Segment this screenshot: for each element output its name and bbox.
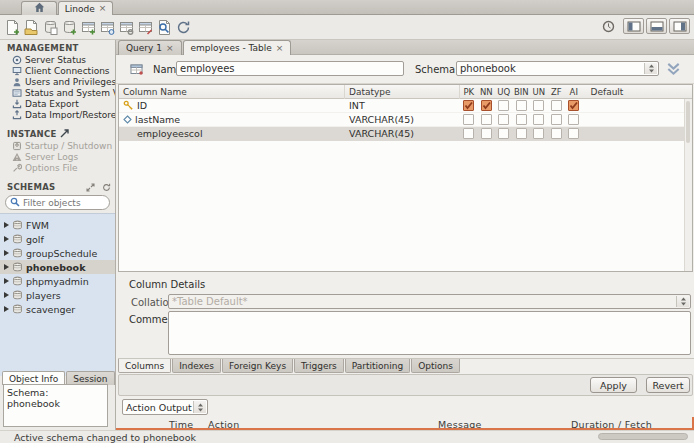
create-schema-button[interactable] xyxy=(60,17,78,38)
schema-item-golf[interactable]: golf xyxy=(0,232,115,246)
schema-dropdown[interactable]: phonebook xyxy=(456,61,659,76)
apply-button[interactable]: Apply xyxy=(590,377,637,393)
sidebar-item-users-and-privileges[interactable]: Users and Privileges xyxy=(0,76,115,87)
ai-checkbox[interactable] xyxy=(568,128,579,139)
toggle-bottom-panel-button[interactable] xyxy=(646,18,667,34)
expander-icon[interactable] xyxy=(4,292,9,298)
uq-checkbox[interactable] xyxy=(498,114,509,125)
expander-icon[interactable] xyxy=(4,250,9,256)
column-name-cell[interactable]: lastName xyxy=(119,114,345,125)
un-checkbox[interactable] xyxy=(533,114,544,125)
schema-item-players[interactable]: players xyxy=(0,288,115,302)
expander-icon[interactable] xyxy=(4,264,9,270)
open-connection-button[interactable] xyxy=(41,17,59,38)
tab-session[interactable]: Session xyxy=(66,371,114,385)
create-function-button[interactable] xyxy=(136,17,154,38)
stepper-icon[interactable] xyxy=(676,296,689,307)
schema-item-phonebook[interactable]: phonebook xyxy=(0,260,115,274)
expand-panel-icon[interactable] xyxy=(86,183,95,192)
tab-options[interactable]: Options xyxy=(411,359,460,373)
action-output-selector-value: Action Output xyxy=(126,402,192,413)
expander-icon[interactable] xyxy=(4,236,9,242)
sidebar-item-options-file[interactable]: Options File xyxy=(0,162,115,173)
close-icon[interactable]: × xyxy=(166,43,174,53)
create-view-button[interactable] xyxy=(98,17,116,38)
datatype-cell[interactable]: INT xyxy=(345,100,460,111)
connection-tab[interactable]: Linode × xyxy=(58,1,113,15)
uq-checkbox[interactable] xyxy=(498,128,509,139)
nn-checkbox[interactable] xyxy=(481,114,492,125)
expander-icon[interactable] xyxy=(4,222,9,228)
ai-checkbox[interactable] xyxy=(568,100,579,111)
collapse-header-icon[interactable] xyxy=(666,61,681,78)
grid-vertical-scrollbar[interactable] xyxy=(684,99,692,271)
tab-query-1[interactable]: Query 1× xyxy=(118,40,182,55)
pk-checkbox[interactable] xyxy=(463,114,474,125)
nn-checkbox[interactable] xyxy=(481,100,492,111)
tab-foreign-keys[interactable]: Foreign Keys xyxy=(222,359,293,373)
expander-icon[interactable] xyxy=(4,278,9,284)
reconnect-dbms-button[interactable] xyxy=(174,17,192,38)
column-name-cell[interactable]: employeescol xyxy=(119,128,345,139)
schema-item-phpmyadmin[interactable]: phpmyadmin xyxy=(0,274,115,288)
column-row[interactable]: IDINT xyxy=(119,99,692,113)
close-icon[interactable]: × xyxy=(99,4,107,13)
bin-checkbox[interactable] xyxy=(516,128,527,139)
close-icon[interactable]: × xyxy=(276,43,284,53)
toggle-left-sidebar-button[interactable] xyxy=(623,18,644,34)
action-output-selector[interactable]: Action Output xyxy=(122,399,208,415)
sidebar-item-server-status[interactable]: Server Status xyxy=(0,54,115,65)
new-query-tab-button[interactable] xyxy=(3,17,21,38)
zf-checkbox[interactable] xyxy=(551,114,562,125)
un-checkbox[interactable] xyxy=(533,128,544,139)
tab-indexes[interactable]: Indexes xyxy=(172,359,221,373)
schema-filter-input[interactable] xyxy=(23,198,103,208)
bin-checkbox[interactable] xyxy=(516,100,527,111)
table-name-field[interactable] xyxy=(176,61,404,76)
pk-checkbox[interactable] xyxy=(463,128,474,139)
refresh-schemas-icon[interactable] xyxy=(102,183,111,192)
datatype-cell[interactable]: VARCHAR(45) xyxy=(345,128,460,139)
un-checkbox[interactable] xyxy=(533,100,544,111)
create-routine-button[interactable] xyxy=(117,17,135,38)
column-row[interactable]: employeescolVARCHAR(45) xyxy=(119,127,692,141)
horizontal-scrollbar-thumb[interactable] xyxy=(598,433,688,440)
bin-checkbox[interactable] xyxy=(516,114,527,125)
sidebar-item-data-import-restore[interactable]: Data Import/Restore xyxy=(0,109,115,120)
collation-dropdown[interactable]: *Table Default* xyxy=(168,294,691,309)
pk-checkbox[interactable] xyxy=(463,100,474,111)
toggle-right-sidebar-button[interactable] xyxy=(669,18,690,34)
home-tab[interactable] xyxy=(21,1,57,15)
tab-object-info[interactable]: Object Info xyxy=(2,371,65,385)
column-name-cell[interactable]: ID xyxy=(119,100,345,111)
zf-checkbox[interactable] xyxy=(551,128,562,139)
tab-partitioning[interactable]: Partitioning xyxy=(345,359,410,373)
tab-triggers[interactable]: Triggers xyxy=(294,359,344,373)
comment-field[interactable] xyxy=(168,311,691,355)
tab-employees-table[interactable]: employees - Table× xyxy=(183,40,292,55)
nn-checkbox[interactable] xyxy=(481,128,492,139)
uq-checkbox[interactable] xyxy=(498,100,509,111)
sidebar-item-client-connections[interactable]: Client Connections xyxy=(0,65,115,76)
stepper-icon[interactable] xyxy=(644,63,657,74)
schema-item-fwm[interactable]: FWM xyxy=(0,218,115,232)
tab-columns[interactable]: Columns xyxy=(118,359,171,373)
schema-item-scavenger[interactable]: scavenger xyxy=(0,302,115,316)
datatype-cell[interactable]: VARCHAR(45) xyxy=(345,114,460,125)
revert-button[interactable]: Revert xyxy=(646,377,690,393)
expander-icon[interactable] xyxy=(4,306,9,312)
open-sql-script-button[interactable] xyxy=(22,17,40,38)
sidebar-item-data-export[interactable]: Data Export xyxy=(0,98,115,109)
sidebar-item-status-and-system-variables[interactable]: Status and System Variables xyxy=(0,87,115,98)
table-name-input[interactable] xyxy=(180,63,392,74)
search-table-data-button[interactable] xyxy=(155,17,173,38)
schema-item-groupschedule[interactable]: groupSchedule xyxy=(0,246,115,260)
stepper-icon[interactable] xyxy=(193,401,206,413)
sidebar-item-server-logs[interactable]: Server Logs xyxy=(0,151,115,162)
create-table-button[interactable] xyxy=(79,17,97,38)
schema-filter[interactable] xyxy=(5,195,110,210)
column-row[interactable]: lastNameVARCHAR(45) xyxy=(119,113,692,127)
zf-checkbox[interactable] xyxy=(551,100,562,111)
ai-checkbox[interactable] xyxy=(568,114,579,125)
sidebar-item-startup-shutdown[interactable]: Startup / Shutdown xyxy=(0,140,115,151)
